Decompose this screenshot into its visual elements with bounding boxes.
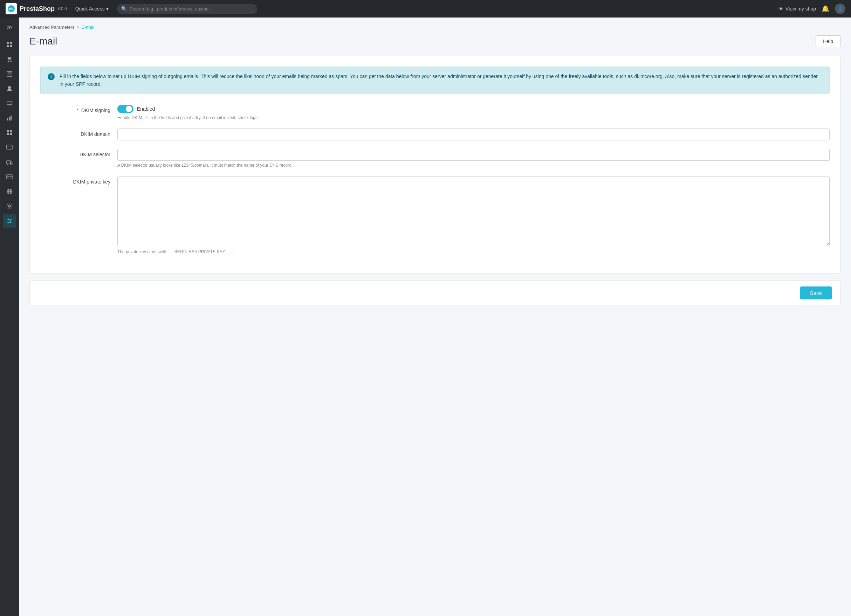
sidebar: ≫ (0, 18, 19, 616)
dkim-signing-row: * DKIM signing Enabled Enable DKIM, fill… (40, 105, 830, 120)
svg-rect-18 (10, 130, 12, 132)
sidebar-item-international[interactable] (3, 185, 16, 198)
view-shop-link[interactable]: 👁 View my shop (779, 6, 816, 12)
page-header: E-mail Help (29, 35, 840, 47)
dkim-selector-help: A DKIM selector usually looks like 12345… (117, 163, 830, 168)
sidebar-item-stats[interactable] (3, 111, 16, 125)
dkim-private-key-label: DKIM private key (40, 176, 117, 185)
brand-logo: PS PrestaShop 8.0.0 (6, 3, 67, 14)
sidebar-item-shipping[interactable] (3, 155, 16, 169)
svg-point-37 (8, 222, 9, 224)
svg-point-36 (10, 220, 11, 222)
breadcrumb: Advanced Parameters > E-mail (29, 24, 840, 30)
sidebar-item-messages[interactable] (3, 97, 16, 110)
sidebar-item-orders[interactable] (3, 53, 16, 66)
sidebar-item-parameters[interactable] (3, 200, 16, 213)
breadcrumb-parent[interactable]: Advanced Parameters (29, 24, 75, 30)
dkim-domain-input[interactable] (117, 129, 830, 140)
svg-rect-2 (7, 42, 9, 44)
svg-text:i: i (50, 74, 52, 80)
svg-point-25 (11, 164, 12, 165)
main-layout: ≫ (0, 18, 851, 616)
sidebar-item-design[interactable] (3, 141, 16, 154)
search-input[interactable] (117, 4, 257, 14)
footer-bar: Save (29, 281, 840, 305)
brand-icon: PS (6, 3, 17, 14)
content-area: Advanced Parameters > E-mail E-mail Help… (19, 18, 851, 616)
svg-point-12 (8, 86, 11, 89)
eye-icon: 👁 (779, 6, 783, 12)
breadcrumb-current: E-mail (81, 24, 94, 30)
svg-point-31 (8, 205, 11, 207)
dkim-private-key-help: The private key starts with -----BEGIN R… (117, 249, 830, 254)
dkim-signing-label: * DKIM signing (40, 105, 117, 113)
form-card: i Fill in the fields below to set up DKI… (29, 56, 840, 273)
notifications-icon[interactable]: 🔔 (822, 5, 829, 13)
user-avatar[interactable]: 👤 (835, 3, 845, 14)
dkim-private-key-input-col: The private key starts with -----BEGIN R… (117, 176, 830, 254)
dkim-signing-toggle[interactable] (117, 105, 134, 113)
dkim-private-key-textarea[interactable] (117, 176, 830, 246)
brand-name: PrestaShop (20, 5, 55, 13)
svg-point-35 (8, 218, 9, 220)
dkim-signing-input-col: Enabled Enable DKIM, fill in the fields … (117, 105, 830, 120)
top-navbar: PS PrestaShop 8.0.0 Quick Access ▾ 🔍 👁 V… (0, 0, 851, 18)
help-button[interactable]: Help (816, 35, 840, 47)
dkim-domain-input-col (117, 129, 830, 140)
sidebar-item-payment[interactable] (3, 170, 16, 183)
search-bar: 🔍 (117, 4, 257, 14)
svg-rect-3 (10, 42, 12, 44)
toggle-slider (117, 105, 134, 113)
sidebar-item-modules[interactable] (3, 126, 16, 140)
dkim-private-key-row: DKIM private key The private key starts … (40, 176, 830, 254)
dkim-domain-label: DKIM domain (40, 129, 117, 137)
toggle-enabled-label: Enabled (137, 106, 155, 112)
svg-text:PS: PS (9, 8, 13, 11)
svg-rect-16 (11, 116, 12, 120)
svg-rect-4 (7, 45, 9, 47)
sidebar-item-customers[interactable] (3, 82, 16, 95)
svg-rect-21 (7, 145, 12, 149)
svg-rect-5 (10, 45, 12, 47)
svg-rect-19 (7, 133, 9, 135)
svg-rect-20 (10, 133, 12, 135)
sidebar-item-dashboard[interactable] (3, 38, 16, 51)
dkim-selector-input-col: A DKIM selector usually looks like 12345… (117, 149, 830, 168)
dkim-selector-input[interactable] (117, 149, 830, 161)
svg-rect-23 (7, 161, 11, 164)
navbar-right: 👁 View my shop 🔔 👤 (779, 3, 845, 14)
sidebar-toggle[interactable]: ≫ (3, 20, 16, 34)
svg-point-24 (8, 164, 8, 165)
sidebar-item-catalog[interactable] (3, 67, 16, 81)
avatar-icon: 👤 (837, 6, 843, 12)
required-star: * (77, 108, 78, 113)
svg-point-6 (8, 60, 9, 62)
svg-rect-13 (7, 101, 12, 105)
svg-rect-15 (9, 117, 10, 120)
sidebar-item-advanced-parameters[interactable] (3, 214, 16, 228)
dkim-selector-label: DKIM selector (40, 149, 117, 157)
dkim-selector-row: DKIM selector A DKIM selector usually lo… (40, 149, 830, 168)
svg-rect-17 (7, 130, 9, 132)
quick-access-menu[interactable]: Quick Access ▾ (72, 5, 111, 13)
brand-version: 8.0.0 (57, 6, 67, 11)
svg-rect-26 (7, 175, 12, 179)
info-icon: i (48, 73, 55, 88)
svg-rect-14 (7, 119, 8, 120)
save-button[interactable]: Save (800, 287, 832, 299)
toggle-row: Enabled (117, 105, 830, 113)
dkim-signing-help: Enable DKIM, fill in the fields and give… (117, 115, 830, 120)
info-text: Fill in the fields below to set up DKIM … (60, 72, 822, 88)
breadcrumb-separator: > (77, 24, 80, 30)
dkim-domain-row: DKIM domain (40, 129, 830, 140)
page-title: E-mail (29, 36, 57, 47)
info-box: i Fill in the fields below to set up DKI… (40, 66, 830, 94)
svg-point-7 (10, 60, 12, 62)
search-icon: 🔍 (121, 6, 127, 12)
